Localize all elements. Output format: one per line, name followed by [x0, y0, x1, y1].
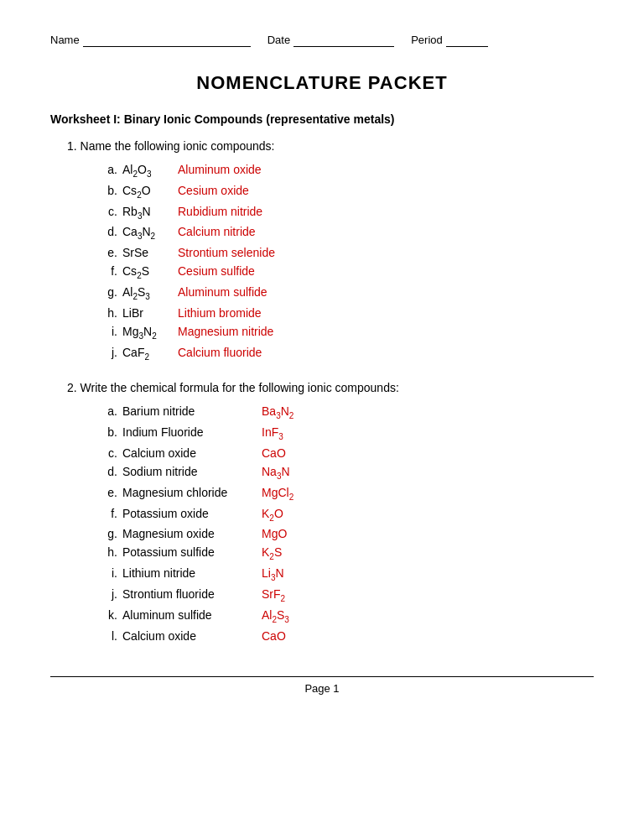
list-item: g. Magnesium oxide MgO [101, 527, 594, 540]
list-item: a. Al2O3 Aluminum oxide [101, 163, 594, 179]
answer: Strontium selenide [178, 246, 275, 259]
list-item: l. Calcium oxide CaO [101, 629, 594, 643]
item-label: e. [101, 486, 117, 499]
name-label: Name [50, 34, 80, 46]
item-label: j. [101, 346, 117, 359]
list-item: e. Magnesium chloride MgCl2 [101, 486, 594, 502]
item-label: c. [101, 205, 117, 218]
item-label: e. [101, 246, 117, 259]
item-label: l. [101, 629, 117, 643]
compound-name: Potassium oxide [122, 507, 257, 520]
item-label: g. [101, 527, 117, 540]
list-item: j. Strontium fluoride SrF2 [101, 587, 594, 603]
formula: Mg3N2 [122, 325, 173, 341]
page-title: Nomenclature Packet [50, 72, 594, 94]
compound-name: Sodium nitride [122, 465, 257, 478]
period-field: Period [411, 34, 488, 47]
answer: Lithium bromide [178, 306, 262, 320]
question-1-block: 1. Name the following ionic compounds: a… [50, 139, 594, 361]
compound-name: Strontium fluoride [122, 587, 257, 601]
item-label: h. [101, 306, 117, 320]
formula: LiBr [122, 306, 173, 320]
list-item: i. Lithium nitride Li3N [101, 566, 594, 582]
item-label: f. [101, 264, 117, 278]
list-item: f. Potassium oxide K2O [101, 507, 594, 523]
question-1-list: a. Al2O3 Aluminum oxide b. Cs2O Cesium o… [101, 163, 594, 361]
list-item: f. Cs2S Cesium sulfide [101, 264, 594, 280]
formula: Ca3N2 [122, 225, 173, 241]
page-footer: Page 1 [50, 676, 594, 695]
compound-name: Aluminum sulfide [122, 608, 257, 622]
formula-answer: CaO [262, 446, 286, 460]
answer: Cesium sulfide [178, 264, 255, 278]
page-number: Page 1 [304, 682, 339, 695]
item-label: d. [101, 465, 117, 478]
formula-answer: Na3N [262, 465, 290, 481]
list-item: e. SrSe Strontium selenide [101, 246, 594, 259]
list-item: d. Sodium nitride Na3N [101, 465, 594, 481]
item-label: a. [101, 404, 117, 418]
formula-answer: K2S [262, 545, 282, 561]
item-label: f. [101, 507, 117, 520]
date-field: Date [267, 34, 394, 47]
answer: Cesium oxide [178, 184, 249, 197]
formula-answer: Li3N [262, 566, 284, 582]
compound-name: Lithium nitride [122, 566, 257, 580]
answer: Aluminum sulfide [178, 285, 267, 299]
item-label: k. [101, 608, 117, 622]
answer: Calcium nitride [178, 225, 256, 238]
compound-name: Indium Fluoride [122, 425, 257, 439]
answer: Calcium fluoride [178, 346, 262, 359]
item-label: i. [101, 325, 117, 338]
formula-answer: CaO [262, 629, 286, 643]
list-item: g. Al2S3 Aluminum sulfide [101, 285, 594, 301]
item-label: c. [101, 446, 117, 460]
compound-name: Calcium oxide [122, 446, 257, 460]
formula: Al2O3 [122, 163, 173, 179]
formula: Cs2S [122, 264, 173, 280]
formula: SrSe [122, 246, 173, 259]
question-2-block: 2. Write the chemical formula for the fo… [50, 381, 594, 642]
list-item: h. Potassium sulfide K2S [101, 545, 594, 561]
list-item: i. Mg3N2 Magnesium nitride [101, 325, 594, 341]
list-item: c. Calcium oxide CaO [101, 446, 594, 460]
answer: Rubidium nitride [178, 205, 262, 218]
answer: Magnesium nitride [178, 325, 273, 338]
formula: CaF2 [122, 346, 173, 362]
list-item: b. Cs2O Cesium oxide [101, 184, 594, 200]
compound-name: Potassium sulfide [122, 545, 257, 559]
formula-answer: Ba3N2 [262, 404, 293, 420]
item-label: h. [101, 545, 117, 559]
list-item: b. Indium Fluoride InF3 [101, 425, 594, 441]
item-label: i. [101, 566, 117, 580]
item-label: d. [101, 225, 117, 238]
list-item: h. LiBr Lithium bromide [101, 306, 594, 320]
answer: Aluminum oxide [178, 163, 262, 176]
compound-name: Calcium oxide [122, 629, 257, 643]
item-label: j. [101, 587, 117, 601]
date-label: Date [267, 34, 290, 46]
formula: Cs2O [122, 184, 173, 200]
formula: Rb3N [122, 205, 173, 221]
formula-answer: InF3 [262, 425, 283, 441]
compound-name: Magnesium chloride [122, 486, 257, 499]
list-item: a. Barium nitride Ba3N2 [101, 404, 594, 420]
item-label: a. [101, 163, 117, 176]
list-item: j. CaF2 Calcium fluoride [101, 346, 594, 362]
list-item: c. Rb3N Rubidium nitride [101, 205, 594, 221]
compound-name: Barium nitride [122, 404, 257, 418]
period-label: Period [411, 34, 443, 46]
list-item: k. Aluminum sulfide Al2S3 [101, 608, 594, 624]
formula-answer: SrF2 [262, 587, 285, 603]
compound-name: Magnesium oxide [122, 527, 257, 540]
formula: Al2S3 [122, 285, 173, 301]
formula-answer: K2O [262, 507, 283, 523]
item-label: g. [101, 285, 117, 299]
header: Name Date Period [50, 34, 594, 47]
item-label: b. [101, 184, 117, 197]
question-2-list: a. Barium nitride Ba3N2 b. Indium Fluori… [101, 404, 594, 642]
formula-answer: MgCl2 [262, 486, 293, 502]
item-label: b. [101, 425, 117, 439]
list-item: d. Ca3N2 Calcium nitride [101, 225, 594, 241]
question-2-text: 2. Write the chemical formula for the fo… [67, 381, 594, 394]
